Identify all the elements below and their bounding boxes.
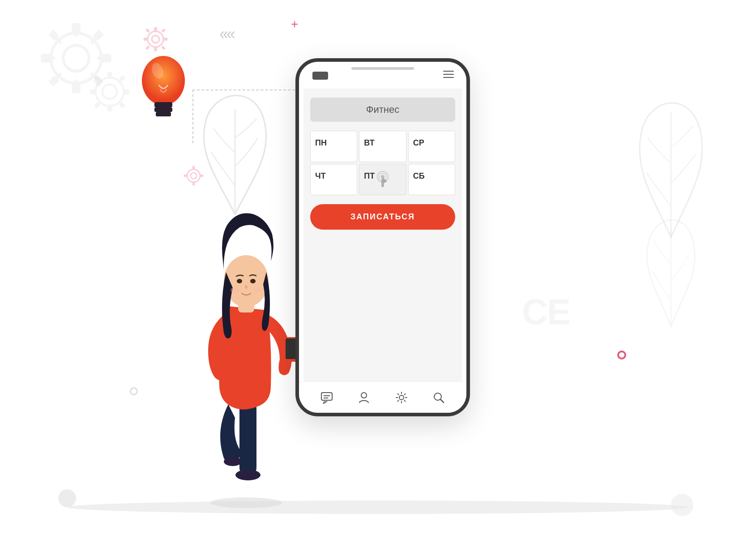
svg-rect-22 (90, 90, 96, 94)
chat-nav-icon[interactable] (320, 391, 333, 404)
phone-mockup: Фитнес ПНВТСРЧТПТ СБ ЗАПИСАТЬСЯ (295, 58, 470, 416)
day-cell-пт[interactable]: ПТ (359, 164, 406, 195)
leaf-right-bottom-decoration (635, 201, 707, 336)
day-cell-ср[interactable]: СР (408, 131, 455, 162)
plus-decoration: + (291, 17, 298, 31)
svg-point-29 (152, 35, 159, 43)
svg-point-59 (245, 285, 248, 289)
phone-screen: Фитнес ПНВТСРЧТПТ СБ ЗАПИСАТЬСЯ (303, 89, 462, 381)
phone-hamburger-menu[interactable] (443, 71, 454, 78)
settings-nav-icon[interactable] (395, 391, 408, 404)
tap-indicator (374, 170, 392, 190)
chevrons-decoration: ‹‹‹‹ (219, 25, 234, 43)
ground-shadow (67, 501, 689, 514)
svg-rect-50 (239, 400, 256, 476)
fitness-label: Фитнес (310, 98, 455, 122)
svg-rect-34 (145, 28, 150, 33)
svg-rect-23 (123, 90, 129, 94)
svg-line-71 (440, 399, 444, 402)
main-scene: ‹‹‹‹ + (0, 0, 756, 552)
circle-bottom-left-decoration (58, 489, 76, 507)
lightbulb-decoration (134, 45, 192, 134)
svg-rect-47 (156, 112, 171, 116)
svg-rect-12 (41, 54, 51, 62)
gear-small-icon (90, 72, 130, 112)
day-cell-чт[interactable]: ЧТ (310, 164, 357, 195)
circle-pink-decoration (617, 351, 626, 359)
phone-notch (351, 67, 414, 70)
svg-point-58 (250, 279, 256, 283)
day-cell-пн[interactable]: ПН (310, 131, 357, 162)
svg-point-69 (399, 395, 404, 400)
search-nav-icon[interactable] (432, 391, 445, 404)
day-cell-сб[interactable]: СБ (408, 164, 455, 195)
svg-point-64 (381, 175, 384, 179)
svg-rect-45 (154, 102, 172, 107)
menu-line-3 (443, 77, 454, 78)
svg-rect-11 (72, 83, 80, 93)
svg-rect-20 (107, 72, 112, 78)
day-grid: ПНВТСРЧТПТ СБ (310, 131, 455, 195)
phone-bottom-nav (299, 381, 466, 413)
svg-point-19 (103, 85, 117, 99)
day-cell-вт[interactable]: ВТ (359, 131, 406, 162)
phone-outer: Фитнес ПНВТСРЧТПТ СБ ЗАПИСАТЬСЯ (295, 58, 470, 416)
svg-point-68 (361, 393, 367, 398)
svg-rect-46 (154, 107, 172, 112)
menu-line-2 (443, 74, 454, 75)
zapisatsya-button[interactable]: ЗАПИСАТЬСЯ (310, 204, 455, 230)
menu-line-1 (443, 71, 454, 72)
svg-point-52 (224, 457, 242, 466)
svg-point-49 (210, 497, 282, 508)
svg-rect-21 (107, 105, 112, 111)
circle-outline-decoration (130, 387, 138, 395)
svg-rect-35 (161, 28, 166, 33)
svg-rect-13 (101, 54, 111, 62)
svg-rect-32 (144, 38, 148, 41)
ce-background-text: CE (522, 291, 570, 333)
svg-point-18 (96, 78, 124, 106)
svg-point-51 (235, 470, 261, 480)
svg-point-60 (231, 287, 239, 293)
svg-point-44 (142, 56, 185, 105)
phone-battery-icon (312, 72, 328, 80)
svg-rect-10 (72, 23, 80, 33)
svg-point-57 (237, 279, 242, 283)
svg-point-1 (63, 45, 89, 71)
svg-point-61 (253, 287, 262, 293)
svg-rect-65 (321, 393, 332, 400)
profile-nav-icon[interactable] (358, 391, 370, 404)
svg-rect-33 (163, 38, 168, 41)
svg-rect-30 (154, 27, 157, 32)
